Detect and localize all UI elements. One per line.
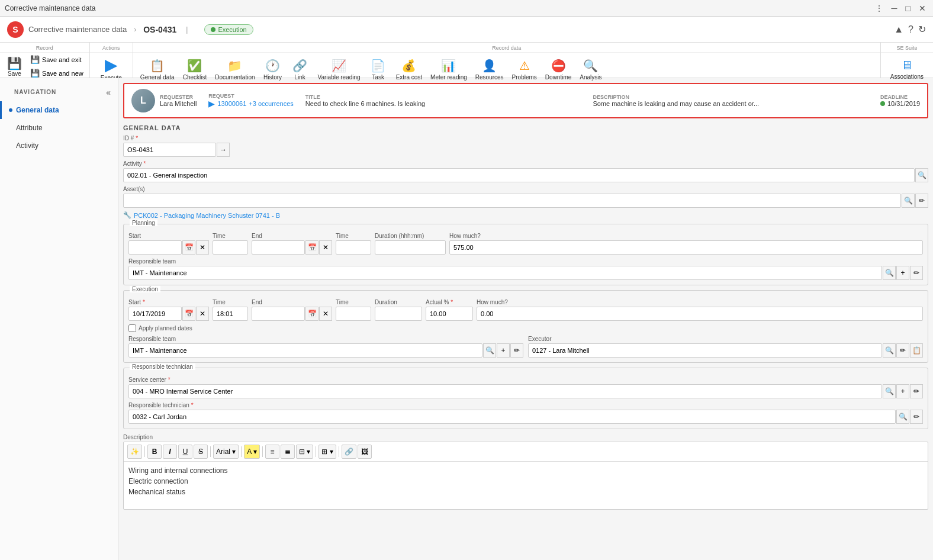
documentation-button[interactable]: 📁 Documentation [211, 54, 258, 85]
assets-edit-button[interactable]: ✏ [915, 194, 928, 208]
executor-edit[interactable]: ✏ [896, 343, 909, 358]
occurrences-link[interactable]: +3 occurrences [249, 100, 294, 107]
service-center-edit[interactable]: ✏ [910, 384, 923, 398]
service-center-input[interactable] [128, 384, 882, 398]
sidebar-collapse-button[interactable]: « [106, 88, 111, 97]
deadline-label: DEADLINE [880, 94, 920, 100]
rte-table-button[interactable]: ⊞ ▾ [318, 445, 336, 459]
rte-bullet-list-button[interactable]: ≡ [265, 445, 279, 459]
planning-start-input[interactable] [128, 240, 182, 255]
rte-content[interactable]: Wiring and internal connections Electric… [124, 462, 928, 509]
planning-team-search[interactable]: 🔍 [883, 266, 896, 280]
planning-end-time-input[interactable] [336, 240, 371, 255]
rte-highlight-button[interactable]: A ▾ [244, 445, 260, 459]
exec-start-calendar[interactable]: 📅 [182, 307, 195, 321]
help-button[interactable]: ? [908, 24, 913, 35]
save-and-new-button[interactable]: 💾 Save and new [28, 67, 86, 79]
sidebar-item-general-data[interactable]: General data [0, 101, 118, 119]
exec-team-input[interactable] [128, 343, 482, 358]
analysis-button[interactable]: 🔍 Analysis [576, 54, 605, 85]
problems-button[interactable]: ⚠ Problems [509, 54, 541, 85]
downtime-button[interactable]: ⛔ Downtime [542, 54, 575, 85]
exec-end-calendar[interactable]: 📅 [305, 307, 318, 321]
refresh-button[interactable]: ↻ [918, 24, 926, 35]
planning-end-input[interactable] [252, 240, 305, 255]
sidebar-item-activity[interactable]: Activity [0, 137, 118, 155]
id-arrow-button[interactable]: → [217, 143, 230, 157]
link-label: Link [294, 74, 305, 81]
rte-align-button[interactable]: ⊟ ▾ [296, 445, 313, 459]
service-center-search[interactable]: 🔍 [883, 384, 896, 398]
task-button[interactable]: 📄 Task [365, 54, 391, 85]
rte-bold-button[interactable]: B [147, 445, 162, 459]
planning-team-input[interactable] [128, 266, 882, 280]
link-button[interactable]: 🔗 Link [287, 54, 313, 85]
resources-button[interactable]: 👤 Resources [472, 54, 507, 85]
general-data-tb-button[interactable]: 📋 General data [137, 54, 178, 85]
exec-start-input[interactable] [128, 307, 182, 321]
executor-search[interactable]: 🔍 [883, 343, 896, 358]
apply-planned-checkbox[interactable] [128, 324, 136, 332]
nav-up-button[interactable]: ▲ [894, 24, 903, 35]
planning-duration-input[interactable] [375, 240, 446, 255]
save-button[interactable]: 💾 Save [4, 55, 25, 78]
sidebar-item-attribute[interactable]: Attribute [0, 119, 118, 137]
rte-image-button[interactable]: 🖼 [358, 445, 372, 459]
variable-reading-button[interactable]: 📈 Variable reading [314, 54, 364, 85]
asset-link[interactable]: 🔧 PCK002 - Packaging Machinery Schuster … [123, 211, 928, 219]
responsible-tech-search[interactable]: 🔍 [896, 410, 909, 424]
rte-underline-button[interactable]: U [178, 445, 192, 459]
exec-end-input[interactable] [252, 307, 305, 321]
activity-input[interactable] [123, 168, 915, 182]
assets-input[interactable] [123, 194, 901, 208]
exec-howmuch-input[interactable] [477, 307, 923, 321]
planning-howmuch-input[interactable] [449, 240, 923, 255]
checklist-button[interactable]: ✅ Checklist [179, 54, 211, 85]
close-button[interactable]: ✕ [916, 2, 928, 14]
rte-italic-button[interactable]: I [163, 445, 177, 459]
id-input[interactable] [123, 143, 216, 157]
rte-strike-button[interactable]: S [194, 445, 208, 459]
exec-end-time-input[interactable] [336, 307, 371, 321]
maximize-button[interactable]: □ [903, 2, 913, 14]
service-center-add[interactable]: + [896, 384, 909, 398]
responsible-tech-input[interactable] [128, 410, 896, 424]
menu-button[interactable]: ⋮ [873, 2, 886, 14]
save-and-exit-button[interactable]: 💾 Save and exit [28, 54, 86, 65]
assets-search-button[interactable]: 🔍 [902, 194, 915, 208]
planning-time-input[interactable] [213, 240, 248, 255]
history-button[interactable]: 🕐 History [260, 54, 286, 85]
planning-start-calendar[interactable]: 📅 [182, 240, 195, 255]
exec-team-add[interactable]: + [497, 343, 510, 358]
associations-button[interactable]: 🖥 Associations [887, 54, 927, 85]
executor-input[interactable] [528, 343, 882, 358]
planning-team-edit[interactable]: ✏ [910, 266, 923, 280]
minimize-button[interactable]: ─ [889, 2, 900, 14]
planning-end-clear[interactable]: ✕ [319, 240, 332, 255]
meter-reading-button[interactable]: 📊 Meter reading [427, 54, 471, 85]
planning-end-calendar[interactable]: 📅 [305, 240, 318, 255]
planning-team-add[interactable]: + [896, 266, 909, 280]
exec-time-input[interactable] [213, 307, 248, 321]
exec-start-clear[interactable]: ✕ [196, 307, 209, 321]
exec-team-edit[interactable]: ✏ [510, 343, 523, 358]
app-header: S Corrective maintenance data › OS-0431 … [0, 17, 933, 43]
rte-num-list-button[interactable]: ≣ [281, 445, 295, 459]
rte-magic-button[interactable]: ✨ [127, 445, 142, 459]
request-number[interactable]: 13000061 [217, 100, 246, 107]
activity-search-button[interactable]: 🔍 [915, 168, 928, 182]
responsible-tech-title: Responsible technician [130, 363, 195, 370]
exec-team-search[interactable]: 🔍 [483, 343, 496, 358]
extra-cost-button[interactable]: 💰 Extra cost [392, 54, 426, 85]
service-center-group: Service center * 🔍 + ✏ [128, 376, 923, 398]
rte-link-button[interactable]: 🔗 [342, 445, 356, 459]
exec-end-clear[interactable]: ✕ [319, 307, 332, 321]
rte-font-button[interactable]: Arial ▾ [213, 445, 239, 459]
exec-actual-pct-input[interactable] [426, 307, 473, 321]
planning-start-clear[interactable]: ✕ [196, 240, 209, 255]
request-label: REQUEST [208, 93, 293, 99]
executor-copy[interactable]: 📋 [910, 343, 923, 358]
exec-duration-input[interactable] [375, 307, 422, 321]
responsible-tech-edit[interactable]: ✏ [910, 410, 923, 424]
planning-end-time-group: Time [336, 233, 371, 255]
